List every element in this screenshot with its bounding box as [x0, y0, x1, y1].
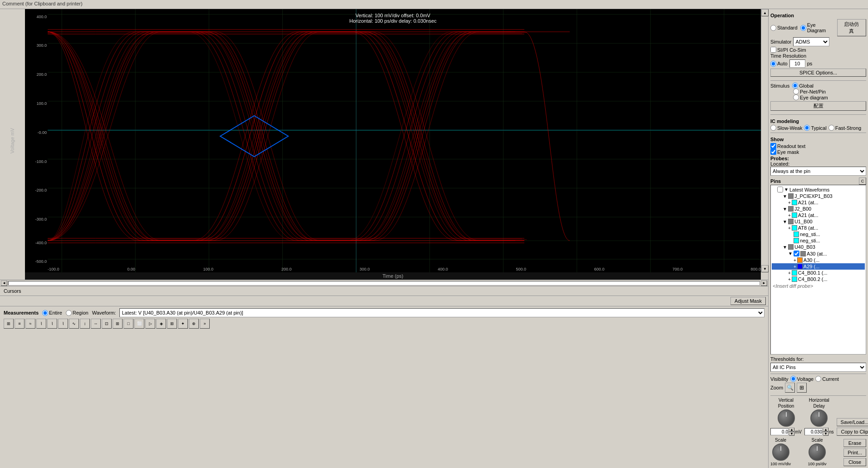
tool-btn-5[interactable]: ⌇ [47, 319, 57, 329]
expand-at8[interactable]: + [788, 226, 791, 231]
time-res-input[interactable] [789, 59, 805, 68]
copy-to-clip-btn[interactable]: Copy to Clip [837, 428, 868, 436]
tool-btn-11[interactable]: ⊞ [113, 319, 123, 329]
horizontal-knob[interactable] [810, 409, 828, 427]
tree-item-c4-2[interactable]: + C4_B00.2 (... [772, 276, 865, 282]
horizontal-up[interactable]: ▲ [823, 428, 829, 432]
horizontal-down[interactable]: ▼ [823, 432, 829, 436]
slow-weak-radio[interactable] [770, 125, 776, 131]
tool-btn-13[interactable]: ⬜ [134, 319, 144, 329]
entire-radio[interactable] [42, 310, 48, 316]
expand-a29[interactable]: + [794, 264, 796, 269]
tool-btn-8[interactable]: ↕ [80, 319, 90, 329]
close-btn[interactable]: Close [843, 458, 866, 466]
expand-a30-sub[interactable]: + [794, 258, 796, 263]
thresholds-select[interactable]: All IC Pins [770, 363, 866, 372]
expand-a30[interactable]: ▼ [788, 251, 793, 256]
expand-a21-1[interactable]: + [788, 200, 791, 205]
adjust-mask-btn[interactable]: Adjust Mask [730, 297, 766, 305]
start-sim-btn[interactable]: 启动仿真 [837, 19, 866, 36]
scroll-left-btn[interactable]: ◄ [1, 281, 7, 286]
plot-main[interactable]: Vertical: 100 mV/div offset: 0.0mV Horiz… [25, 9, 761, 272]
tree-item-u1-b00[interactable]: ▼ U1_B00 [772, 218, 865, 225]
h-scrollbar[interactable]: ◄ ► [0, 280, 768, 286]
readout-text-checkbox[interactable] [770, 143, 776, 149]
eye-diagram-radio[interactable] [800, 25, 806, 31]
tool-btn-9[interactable]: ↔ [91, 319, 101, 329]
eye-mask-checkbox[interactable] [770, 149, 776, 155]
current-radio-label[interactable]: Current [815, 376, 839, 382]
tool-btn-6[interactable]: ⌇ [58, 319, 68, 329]
save-load-btn[interactable]: Save/Load... [837, 418, 868, 426]
voltage-radio[interactable] [790, 376, 796, 382]
a30-checkbox[interactable] [794, 251, 799, 256]
si-pi-checkbox-label[interactable]: SI/PI Co-Sim [770, 47, 806, 53]
si-pi-checkbox[interactable] [770, 47, 776, 53]
typical-radio[interactable] [804, 125, 810, 131]
eye-diagram-radio-label[interactable]: Eye Diagram [800, 22, 834, 33]
tool-btn-15[interactable]: ◈ [156, 319, 166, 329]
tree-item-c4-1[interactable]: + C4_B00.1 (... [772, 270, 865, 276]
simulator-select[interactable]: ADMS [793, 37, 829, 46]
fast-strong-label[interactable]: Fast-Strong [829, 125, 861, 131]
per-net-radio-label[interactable]: Per-Net/Pin [793, 89, 866, 94]
tool-btn-1[interactable]: ⊞ [4, 319, 14, 329]
config-btn[interactable]: 配置 [770, 101, 866, 111]
tool-btn-10[interactable]: ⊡ [102, 319, 112, 329]
tool-btn-14[interactable]: ▷ [145, 319, 155, 329]
erase-btn[interactable]: Erase [843, 439, 866, 447]
global-radio-label[interactable]: Global [792, 83, 814, 89]
eye-diagram-stim-label[interactable]: Eye diagram [793, 94, 866, 100]
horizontal-input[interactable] [804, 428, 823, 435]
expand-u1[interactable]: ▼ [783, 219, 787, 224]
tool-btn-7[interactable]: ∿ [69, 319, 79, 329]
tool-btn-3[interactable]: ≈ [25, 319, 35, 329]
waveform-select[interactable]: Latest: V [U40_B03.A30 (at pin)/U40_B03.… [119, 308, 764, 317]
tree-item-j2-b00[interactable]: ▼ J2_B00 [772, 206, 865, 212]
entire-radio-label[interactable]: Entire [42, 310, 62, 316]
tree-item-neg-2[interactable]: neg_sti... [772, 237, 865, 244]
auto-radio[interactable] [770, 61, 776, 67]
fast-strong-radio[interactable] [829, 125, 834, 131]
tool-btn-4[interactable]: ⌇ [36, 319, 46, 329]
expand-a21-2[interactable]: + [788, 213, 791, 218]
expand-j2[interactable]: ▼ [783, 207, 787, 212]
auto-radio-label[interactable]: Auto [770, 61, 788, 67]
tree-item-j-pciexp[interactable]: ▼ J_PCIEXP1_B03 [772, 193, 865, 199]
region-radio[interactable] [66, 310, 72, 316]
h-scale-knob[interactable] [809, 443, 826, 461]
tree-item-a30-sub[interactable]: + A30 (... [772, 257, 865, 263]
expand-latest[interactable]: ▼ [784, 187, 789, 192]
tree-item-a29[interactable]: + A29 (... [772, 263, 865, 270]
latest-checkbox[interactable] [777, 187, 783, 192]
tool-btn-2[interactable]: ≡ [15, 319, 25, 329]
region-radio-label[interactable]: Region [66, 310, 89, 316]
tool-btn-17[interactable]: ✦ [178, 319, 188, 329]
tree-item-at8[interactable]: + AT8 (at... [772, 225, 865, 231]
voltage-radio-label[interactable]: Voltage [790, 376, 814, 382]
global-radio[interactable] [792, 83, 798, 89]
scroll-up-btn[interactable]: ▲ [761, 9, 769, 16]
print-btn[interactable]: Print... [843, 448, 866, 457]
tool-btn-18[interactable]: ⊕ [189, 319, 199, 329]
tree-item-a30-at[interactable]: ▼ A30 (at... [772, 250, 865, 257]
tool-btn-12[interactable]: □ [123, 319, 133, 329]
eye-diagram-stim-radio[interactable] [793, 94, 799, 100]
expand-c4-2[interactable]: + [788, 277, 791, 282]
expand-u40[interactable]: ▼ [783, 245, 787, 250]
zoom-in-btn[interactable]: 🔍 [785, 383, 795, 393]
vertical-down[interactable]: ▼ [789, 432, 794, 436]
eye-mask-label[interactable]: Eye mask [770, 149, 866, 155]
vertical-knob[interactable] [778, 409, 795, 427]
vertical-input[interactable] [770, 428, 789, 435]
readout-text-label[interactable]: Readout text [770, 143, 866, 149]
spice-options-btn[interactable]: SPICE Options... [770, 69, 866, 77]
slow-weak-label[interactable]: Slow-Weak [770, 125, 802, 131]
expand-c4-1[interactable]: + [788, 271, 791, 276]
tool-btn-16[interactable]: ⊞ [167, 319, 177, 329]
pins-panel[interactable]: ▼ Latest Waveforms ▼ J_PCIEXP1_B03 + A21… [770, 185, 866, 355]
located-select[interactable]: Always at the pin [770, 167, 866, 176]
expand-j-pciexp[interactable]: ▼ [783, 194, 787, 199]
zoom-fit-btn[interactable]: ⊞ [797, 383, 807, 393]
scroll-right-btn[interactable]: ► [761, 281, 767, 286]
